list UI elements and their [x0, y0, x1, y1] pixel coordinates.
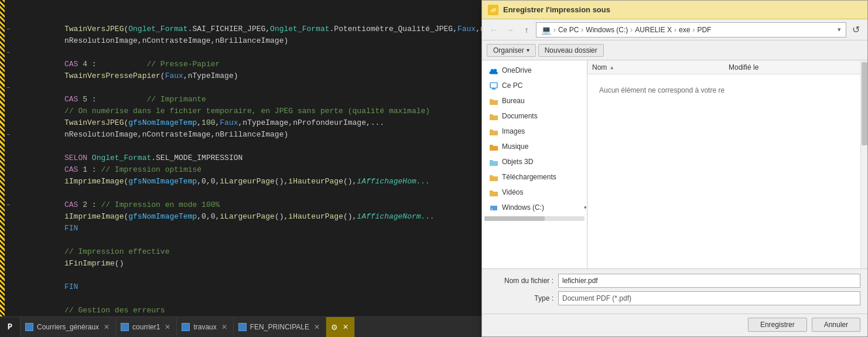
tab-close-btn[interactable]: ✕	[102, 323, 111, 331]
up-btn[interactable]: ↑	[520, 23, 534, 37]
sidebar-item-ce-pc[interactable]: Ce PC	[482, 78, 587, 93]
empty-message: Aucun élément ne correspond à votre re	[587, 74, 860, 106]
bc-sep: ›	[630, 26, 633, 34]
cancel-button[interactable]: Annuler	[812, 318, 860, 332]
collapse-arrow[interactable]: −	[6, 82, 18, 94]
tab-file-icon	[182, 323, 190, 331]
organiser-dropdown-icon: ▾	[527, 47, 529, 53]
breadcrumb-icon: 💻	[541, 25, 551, 35]
folder-icon	[489, 128, 498, 135]
filename-input[interactable]	[558, 274, 860, 288]
collapse-arrow[interactable]: −	[6, 23, 18, 35]
nouveau-dossier-btn[interactable]: Nouveau dossier	[538, 44, 604, 57]
bc-sep: ›	[581, 26, 583, 34]
col-nom[interactable]: Nom ▲	[587, 63, 724, 72]
tab-courrier1[interactable]: courrier1 ✕	[116, 317, 177, 338]
breadcrumb-dropdown[interactable]: ▾	[838, 26, 841, 33]
tab-file-icon	[238, 323, 247, 331]
nouveau-dossier-label: Nouveau dossier	[545, 46, 597, 55]
tab-label: FEN_PRINCIPALE	[250, 323, 309, 331]
sidebar-label: Vidéos	[502, 188, 523, 196]
svg-rect-0	[490, 83, 497, 88]
type-input[interactable]	[558, 291, 860, 305]
tab-close-btn[interactable]: ✕	[163, 323, 172, 331]
cloud-icon	[489, 67, 498, 74]
tab-close-btn[interactable]: ✕	[341, 323, 350, 331]
sidebar-item-bureau[interactable]: Bureau	[482, 93, 587, 108]
sidebar-item-musique[interactable]: Musique	[482, 139, 587, 154]
collapse-arrow[interactable]: −	[6, 129, 18, 141]
breadcrumb-exe: exe	[679, 26, 690, 34]
sidebar-label: Ce PC	[502, 81, 522, 90]
sidebar-label: Musique	[502, 142, 528, 151]
tab-close-btn[interactable]: ✕	[220, 323, 228, 331]
dialog-navbar: ← → ↑ 💻 › Ce PC › Windows (C:) › AURELIE…	[482, 19, 867, 40]
tab-label: Courriers_généraux	[37, 323, 99, 331]
files-header: Nom ▲ Modifié le	[587, 60, 860, 74]
dialog-titlebar: 📁 Enregistrer l'impression sous	[482, 1, 867, 19]
bc-sep: ›	[692, 26, 695, 34]
filename-row: Nom du fichier :	[489, 274, 860, 288]
breadcrumb[interactable]: 💻 › Ce PC › Windows (C:) › AURELIE X › e…	[536, 22, 846, 38]
file-list-area: Nom ▲ Modifié le Aucun élément ne corres…	[587, 60, 860, 268]
sidebar-scrollbar	[482, 215, 587, 222]
folder-icon	[489, 189, 498, 196]
dialog-buttons: Enregistrer Annuler	[482, 314, 867, 336]
back-btn[interactable]: ←	[487, 23, 501, 37]
folder-icon	[489, 173, 498, 181]
scrollbar-thumb[interactable]	[862, 62, 867, 145]
col-nom-label: Nom	[592, 63, 607, 72]
tab-file-icon	[121, 323, 129, 331]
collapse-arrow[interactable]: −	[6, 199, 18, 211]
app-icon[interactable]: P	[0, 317, 20, 338]
special-tab-icon: ⚙	[331, 323, 338, 332]
svg-rect-1	[492, 88, 495, 90]
folder-icon	[489, 113, 498, 120]
sidebar-item-onedrive[interactable]: OneDrive	[482, 63, 587, 78]
sidebar-label: Objets 3D	[502, 158, 533, 166]
sidebar-label: Documents	[502, 112, 538, 120]
tab-label: courrier1	[132, 323, 160, 331]
file-list: Aucun élément ne correspond à votre re	[587, 74, 860, 268]
sidebar-item-documents[interactable]: Documents	[482, 108, 587, 124]
refresh-btn[interactable]: ↺	[849, 23, 863, 37]
tab-courriers-generaux[interactable]: Courriers_généraux ✕	[20, 317, 116, 338]
pc-icon	[489, 82, 498, 90]
tab-fen-principale[interactable]: FEN_PRINCIPALE ✕	[234, 317, 326, 338]
sidebar-item-objets3d[interactable]: Objets 3D	[482, 154, 587, 169]
bc-sep: ›	[553, 26, 556, 34]
folder-icon	[489, 143, 498, 151]
folder-icon	[489, 158, 498, 166]
col-modifie[interactable]: Modifié le	[724, 63, 860, 72]
organiser-btn[interactable]: Organiser ▾	[487, 44, 536, 57]
col-sort-icon: ▲	[609, 64, 614, 70]
sidebar-item-windows-c[interactable]: Windows (C:) ▾	[482, 200, 587, 215]
warning-stripe	[0, 0, 5, 316]
dialog-body: OneDrive Ce PC Bureau Documents	[482, 60, 867, 268]
drive-icon	[489, 204, 498, 212]
app-icon-label: P	[8, 322, 12, 332]
sidebar-item-telechargements[interactable]: Téléchargements	[482, 169, 587, 185]
sidebar-dropdown-icon[interactable]: ▾	[584, 205, 587, 210]
tab-special[interactable]: ⚙ ✕	[326, 317, 355, 338]
type-row: Type :	[489, 291, 860, 305]
dialog-title: Enregistrer l'impression sous	[503, 5, 610, 14]
sidebar-label: OneDrive	[502, 66, 532, 74]
breadcrumb-drive: Windows (C:)	[586, 26, 628, 34]
collapse-arrow[interactable]: −	[6, 47, 18, 59]
filename-label: Nom du fichier :	[489, 277, 553, 285]
sidebar-item-videos[interactable]: Vidéos	[482, 185, 587, 200]
save-button[interactable]: Enregistrer	[748, 318, 807, 332]
forward-btn[interactable]: →	[503, 23, 517, 37]
sidebar-item-images[interactable]: Images	[482, 124, 587, 139]
type-label: Type :	[489, 294, 553, 302]
vertical-scrollbar[interactable]	[860, 60, 867, 268]
svg-rect-2	[490, 206, 497, 210]
sidebar-label: Bureau	[502, 97, 525, 105]
tab-travaux[interactable]: travaux ✕	[177, 317, 233, 338]
breadcrumb-pdf: PDF	[697, 26, 711, 34]
bc-sep: ›	[674, 26, 676, 34]
sidebar-label: Téléchargements	[502, 173, 556, 181]
tab-close-btn[interactable]: ✕	[313, 323, 321, 331]
tab-file-icon	[25, 323, 33, 331]
